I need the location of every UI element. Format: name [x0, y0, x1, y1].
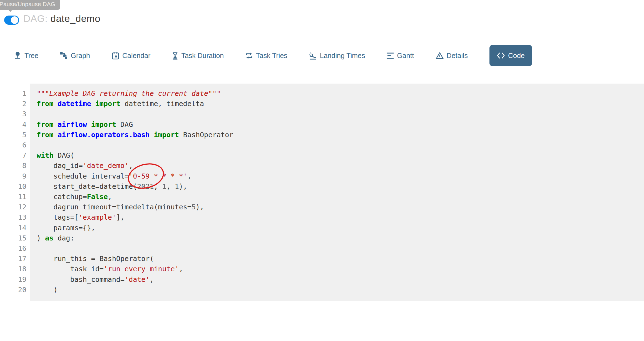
- tab-label: Landing Times: [320, 52, 365, 60]
- line-number: 16: [0, 243, 26, 254]
- line-number: 12: [0, 202, 26, 212]
- code-line: dag_id='date_demo',: [37, 161, 644, 171]
- tooltip-arrow: [7, 9, 13, 12]
- code-lines: """Example DAG returning the current dat…: [30, 84, 644, 301]
- tab-task-tries[interactable]: Task Tries: [245, 52, 287, 60]
- line-number: 4: [0, 119, 26, 130]
- line-number: 2: [0, 99, 26, 109]
- tab-calendar[interactable]: Calendar: [112, 52, 150, 60]
- code-line: params={},: [37, 223, 644, 233]
- line-number: 20: [0, 285, 26, 295]
- tree-icon: [14, 52, 21, 60]
- line-number: 9: [0, 171, 26, 181]
- airflow-dag-code-page: Pause/Unpause DAG DAG:date_demo Tree: [0, 0, 644, 341]
- line-number: 19: [0, 274, 26, 285]
- line-number: 15: [0, 233, 26, 243]
- line-number: 7: [0, 150, 26, 161]
- tab-label: Code: [508, 52, 525, 60]
- view-tabs: Tree Graph Calendar: [14, 44, 532, 67]
- dag-pause-toggle[interactable]: [4, 16, 19, 25]
- tab-label: Task Duration: [181, 52, 224, 60]
- code-line: start_date=datetime(2021, 1, 1),: [37, 181, 644, 192]
- tab-label: Task Tries: [256, 52, 287, 60]
- code-line: task_id='run_every_minute',: [37, 264, 644, 274]
- code-line: ) as dag:: [37, 233, 644, 243]
- tab-label: Tree: [24, 52, 38, 60]
- code-line: schedule_interval='0-59 * * * *',: [37, 171, 644, 181]
- code-line-numbers: 1234567891011121314151617181920: [0, 84, 30, 301]
- code-line: from airflow.operators.bash import BashO…: [37, 130, 644, 140]
- line-number: 11: [0, 192, 26, 202]
- triangle-icon: [436, 52, 444, 59]
- pause-tooltip: Pause/Unpause DAG: [0, 0, 60, 10]
- code-line: """Example DAG returning the current dat…: [37, 88, 644, 99]
- code-line: from datetime import datetime, timedelta: [37, 99, 644, 109]
- line-number: 8: [0, 161, 26, 171]
- dag-source-code: 1234567891011121314151617181920 """Examp…: [0, 84, 644, 301]
- code-line: dagrun_timeout=timedelta(minutes=5),: [37, 202, 644, 212]
- line-number: 1: [0, 88, 26, 99]
- dag-label: DAG:: [23, 13, 48, 24]
- code-line: ): [37, 285, 644, 295]
- toggle-knob: [11, 16, 18, 24]
- code-brackets-icon: [497, 52, 505, 59]
- tab-label: Graph: [71, 52, 90, 60]
- code-line: [37, 109, 644, 119]
- calendar-icon: [112, 52, 119, 60]
- pause-tooltip-text: Pause/Unpause DAG: [0, 1, 55, 7]
- line-number: 13: [0, 212, 26, 222]
- line-number: 3: [0, 109, 26, 119]
- tab-task-duration[interactable]: Task Duration: [172, 52, 224, 60]
- repeat-icon: [245, 52, 253, 59]
- line-number: 6: [0, 140, 26, 150]
- plane-landing-icon: [309, 52, 317, 60]
- tab-graph[interactable]: Graph: [60, 52, 90, 60]
- line-number: 14: [0, 223, 26, 233]
- line-number: 17: [0, 254, 26, 264]
- code-line: catchup=False,: [37, 192, 644, 202]
- code-line: run_this = BashOperator(: [37, 254, 644, 264]
- code-line: tags=['example'],: [37, 212, 644, 222]
- tab-label: Details: [447, 52, 468, 60]
- gantt-bars-icon: [387, 52, 394, 59]
- tab-gantt[interactable]: Gantt: [387, 52, 414, 60]
- line-number: 18: [0, 264, 26, 274]
- dag-name: date_demo: [51, 13, 101, 24]
- code-line: [37, 243, 644, 254]
- tab-details[interactable]: Details: [436, 52, 468, 60]
- line-number: 10: [0, 181, 26, 192]
- tab-label: Gantt: [397, 52, 414, 60]
- tab-landing-times[interactable]: Landing Times: [309, 52, 365, 60]
- hourglass-icon: [172, 52, 178, 60]
- code-line: with DAG(: [37, 150, 644, 161]
- code-line: [37, 140, 644, 150]
- page-title: DAG:date_demo: [23, 13, 100, 24]
- code-line: from airflow import DAG: [37, 119, 644, 130]
- tab-tree[interactable]: Tree: [14, 52, 38, 60]
- tab-label: Calendar: [122, 52, 150, 60]
- line-number: 5: [0, 130, 26, 140]
- tab-code[interactable]: Code: [489, 45, 532, 66]
- code-line: bash_command='date',: [37, 274, 644, 285]
- graph-icon: [60, 52, 68, 59]
